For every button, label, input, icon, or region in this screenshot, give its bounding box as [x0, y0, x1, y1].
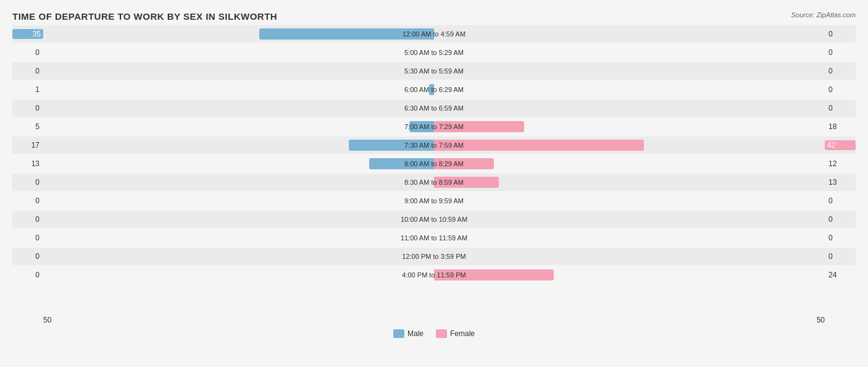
chart-area: 3512:00 AM to 4:59 AM005:00 AM to 5:29 A… [12, 25, 856, 313]
time-label: 5:00 AM to 5:29 AM [404, 49, 464, 56]
time-label: 5:30 AM to 5:59 AM [404, 67, 464, 75]
female-value-label: 0 [825, 85, 856, 94]
bars-center: 8:30 AM to 8:59 AM [43, 174, 825, 191]
female-bar [434, 140, 644, 151]
chart-row: 06:30 AM to 6:59 AM0 [12, 99, 856, 117]
chart-row: 177:30 AM to 7:59 AM42 [12, 137, 856, 154]
male-value-label: 0 [12, 271, 43, 279]
male-value-label: 5 [12, 122, 43, 131]
chart-row: 012:00 PM to 3:59 PM0 [12, 248, 856, 265]
female-value-label: 0 [825, 196, 856, 205]
bars-center: 10:00 AM to 10:59 AM [43, 211, 825, 228]
chart-row: 138:00 AM to 8:29 AM12 [12, 155, 856, 172]
time-label: 12:00 AM to 4:59 AM [403, 30, 465, 38]
male-value-label: 17 [12, 141, 43, 150]
female-value-label: 24 [825, 271, 856, 279]
bars-center: 11:00 AM to 11:59 AM [43, 229, 825, 247]
female-bar-container [434, 140, 644, 151]
female-value-label: 42 [825, 140, 856, 150]
legend: Male Female [12, 329, 856, 338]
time-label: 10:00 AM to 10:59 AM [401, 216, 467, 223]
time-label: 8:00 AM to 8:29 AM [404, 160, 464, 167]
time-label: 12:00 PM to 3:59 PM [402, 253, 465, 260]
female-value-label: 0 [825, 104, 856, 112]
chart-row: 09:00 AM to 9:59 AM0 [12, 192, 856, 209]
bars-center: 5:00 AM to 5:29 AM [43, 44, 825, 61]
chart-row: 16:00 AM to 6:29 AM0 [12, 81, 856, 98]
chart-row: 010:00 AM to 10:59 AM0 [12, 211, 856, 228]
male-swatch [393, 329, 404, 338]
male-value-label: 0 [12, 178, 43, 187]
legend-male: Male [393, 329, 424, 338]
male-value-label: 0 [12, 67, 43, 75]
legend-female: Female [436, 329, 475, 338]
female-value-label: 0 [825, 48, 856, 57]
legend-male-label: Male [407, 329, 424, 338]
time-label: 9:00 AM to 9:59 AM [404, 197, 464, 205]
legend-female-label: Female [450, 329, 475, 338]
chart-container: TIME OF DEPARTURE TO WORK BY SEX IN SILK… [0, 0, 868, 367]
chart-row: 011:00 AM to 11:59 AM0 [12, 229, 856, 247]
male-value-label: 13 [12, 159, 43, 168]
bars-center: 12:00 AM to 4:59 AM [43, 25, 825, 43]
female-value-label: 0 [825, 252, 856, 261]
chart-row: 05:00 AM to 5:29 AM0 [12, 44, 856, 61]
bars-center: 9:00 AM to 9:59 AM [43, 192, 825, 209]
male-value-label: 0 [12, 196, 43, 205]
male-value-label: 0 [12, 104, 43, 112]
bars-center: 7:30 AM to 7:59 AM [43, 137, 825, 154]
chart-row: 04:00 PM to 11:59 PM24 [12, 266, 856, 284]
chart-row: 3512:00 AM to 4:59 AM0 [12, 25, 856, 43]
female-swatch [436, 329, 447, 338]
male-value-label: 1 [12, 85, 43, 94]
chart-row: 57:00 AM to 7:29 AM18 [12, 118, 856, 135]
bars-center: 6:00 AM to 6:29 AM [43, 81, 825, 98]
female-value-label: 0 [825, 215, 856, 224]
male-value-label: 35 [12, 29, 43, 39]
bars-center: 12:00 PM to 3:59 PM [43, 248, 825, 265]
female-value-label: 13 [825, 178, 856, 187]
bars-center: 4:00 PM to 11:59 PM [43, 266, 825, 284]
bars-center: 8:00 AM to 8:29 AM [43, 155, 825, 172]
time-label: 6:00 AM to 6:29 AM [404, 86, 464, 93]
time-label: 8:30 AM to 8:59 AM [404, 179, 464, 186]
bars-center: 5:30 AM to 5:59 AM [43, 62, 825, 80]
axis-left-label: 50 [43, 316, 51, 324]
chart-title: TIME OF DEPARTURE TO WORK BY SEX IN SILK… [12, 11, 856, 22]
male-value-label: 0 [12, 215, 43, 224]
source-text: Source: ZipAtlas.com [791, 11, 856, 19]
time-label: 4:00 PM to 11:59 PM [402, 271, 465, 279]
bars-center: 7:00 AM to 7:29 AM [43, 118, 825, 135]
time-label: 7:30 AM to 7:59 AM [404, 141, 464, 149]
time-label: 7:00 AM to 7:29 AM [404, 123, 464, 130]
time-label: 6:30 AM to 6:59 AM [404, 104, 464, 112]
male-value-label: 0 [12, 48, 43, 57]
male-value-label: 0 [12, 252, 43, 261]
male-value-label: 0 [12, 234, 43, 242]
axis-labels: 50 50 [12, 316, 856, 324]
axis-right-label: 50 [817, 316, 825, 324]
female-value-label: 0 [825, 30, 856, 38]
female-value-label: 12 [825, 159, 856, 168]
female-value-label: 18 [825, 122, 856, 131]
female-value-label: 0 [825, 67, 856, 75]
female-value-label: 0 [825, 234, 856, 242]
bars-center: 6:30 AM to 6:59 AM [43, 99, 825, 117]
chart-row: 08:30 AM to 8:59 AM13 [12, 174, 856, 191]
time-label: 11:00 AM to 11:59 AM [401, 234, 467, 242]
chart-row: 05:30 AM to 5:59 AM0 [12, 62, 856, 80]
